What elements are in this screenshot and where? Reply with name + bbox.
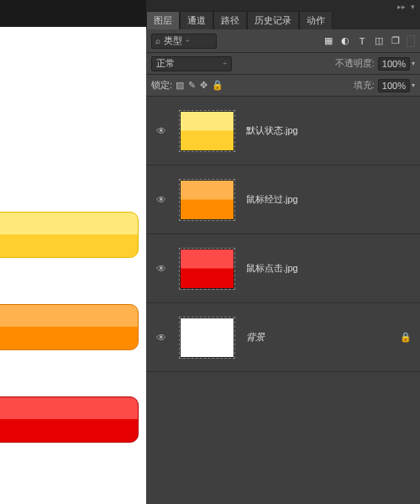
filter-shape-icon[interactable]: ◫ xyxy=(373,35,385,47)
opacity-value[interactable]: 100% xyxy=(378,57,410,71)
visibility-eye-icon[interactable]: 👁 xyxy=(155,263,168,275)
sample-button-default xyxy=(0,212,139,258)
visibility-eye-icon[interactable]: 👁 xyxy=(155,125,168,137)
fill-value[interactable]: 100% xyxy=(378,79,410,92)
layer-name[interactable]: 背景 xyxy=(246,331,400,344)
filter-pixel-icon[interactable]: ▦ xyxy=(323,35,334,47)
blend-bar: 正常 ÷ 不透明度: 100% ▾ xyxy=(146,53,420,75)
lock-position-icon[interactable]: ✥ xyxy=(200,80,207,91)
lock-transparency-icon[interactable]: ▨ xyxy=(176,80,184,91)
lock-all-icon[interactable]: 🔒 xyxy=(212,80,223,91)
blend-mode-dropdown[interactable]: 正常 ÷ xyxy=(151,56,232,71)
layer-thumbnail[interactable] xyxy=(180,318,234,358)
layer-row[interactable]: 👁 背景 🔒 xyxy=(146,303,420,372)
layer-row[interactable]: 👁 鼠标点击.jpg xyxy=(146,234,420,303)
visibility-eye-icon[interactable]: 👁 xyxy=(155,332,168,344)
panel-menu-icon[interactable]: ▾ xyxy=(411,3,415,11)
layer-thumbnail[interactable] xyxy=(180,249,234,289)
tab-actions[interactable]: 动作 xyxy=(299,11,333,29)
sample-button-active xyxy=(0,396,139,443)
filter-smart-icon[interactable]: ❐ xyxy=(390,35,402,47)
canvas-area[interactable] xyxy=(0,0,146,504)
visibility-eye-icon[interactable]: 👁 xyxy=(155,194,168,206)
opacity-label: 不透明度: xyxy=(335,57,375,70)
lock-bar: 锁定: ▨ ✎ ✥ 🔒 填充: 100% ▾ xyxy=(146,75,420,97)
layers-panel: ▸▸ ▾ 图层 通道 路径 历史记录 动作 ⌕ 类型 ÷ ▦ ◐ T ◫ ❐ xyxy=(146,0,420,504)
tab-history[interactable]: 历史记录 xyxy=(247,11,299,29)
tab-channels[interactable]: 通道 xyxy=(180,11,213,29)
panel-tabs: 图层 通道 路径 历史记录 动作 xyxy=(146,13,420,29)
layer-row[interactable]: 👁 鼠标经过.jpg xyxy=(146,165,420,234)
search-icon: ⌕ xyxy=(155,36,160,45)
lock-label: 锁定: xyxy=(151,79,172,92)
tab-paths[interactable]: 路径 xyxy=(213,11,247,29)
filter-adjustment-icon[interactable]: ◐ xyxy=(339,35,351,47)
collapse-icon[interactable]: ▸▸ xyxy=(397,3,406,11)
filter-kind-label: 类型 xyxy=(164,34,182,47)
chevron-down-icon[interactable]: ▾ xyxy=(412,81,415,89)
filter-type-icon[interactable]: T xyxy=(356,35,368,47)
filter-toggle-icon[interactable] xyxy=(407,35,415,47)
layers-list: 👁 默认状态.jpg 👁 鼠标经过.jpg 👁 鼠标点击.jpg 👁 xyxy=(146,97,420,504)
filter-kind-dropdown[interactable]: ⌕ 类型 ÷ xyxy=(151,34,217,49)
layer-name[interactable]: 默认状态.jpg xyxy=(246,124,400,137)
sample-button-hover xyxy=(0,304,139,350)
layer-filter-bar: ⌕ 类型 ÷ ▦ ◐ T ◫ ❐ xyxy=(146,29,420,53)
layer-row[interactable]: 👁 默认状态.jpg xyxy=(146,97,420,165)
lock-paint-icon[interactable]: ✎ xyxy=(188,80,196,91)
chevron-down-icon: ÷ xyxy=(186,37,189,45)
layer-thumbnail[interactable] xyxy=(180,111,234,151)
blend-mode-value: 正常 xyxy=(156,57,175,70)
fill-label: 填充: xyxy=(354,79,375,92)
lock-icon: 🔒 xyxy=(400,332,412,343)
chevron-down-icon: ÷ xyxy=(223,60,227,67)
chevron-down-icon[interactable]: ▾ xyxy=(412,60,415,67)
layer-name[interactable]: 鼠标经过.jpg xyxy=(246,193,400,206)
layer-name[interactable]: 鼠标点击.jpg xyxy=(246,262,400,275)
tab-layers[interactable]: 图层 xyxy=(146,11,180,29)
layer-thumbnail[interactable] xyxy=(180,180,234,220)
